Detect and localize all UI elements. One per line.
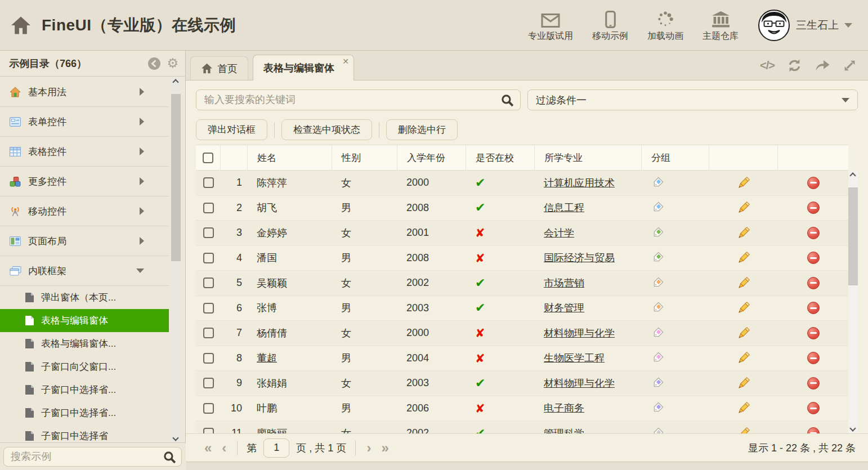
- table-scrollbar-thumb[interactable]: [848, 187, 858, 285]
- major-link[interactable]: 生物医学工程: [544, 351, 605, 365]
- sidebar-item[interactable]: 子窗口向父窗口...: [0, 355, 169, 378]
- delete-icon[interactable]: [807, 402, 820, 414]
- tab-home[interactable]: 首页: [190, 56, 248, 80]
- delete-icon[interactable]: [807, 377, 820, 390]
- sidebar-group[interactable]: 表单控件: [0, 107, 169, 137]
- delete-icon[interactable]: [807, 252, 820, 264]
- edit-icon[interactable]: [736, 351, 751, 365]
- page-number-input[interactable]: [263, 438, 289, 458]
- tag-icon[interactable]: [651, 427, 664, 433]
- edit-icon[interactable]: [736, 376, 751, 391]
- sidebar-group[interactable]: 页面布局: [0, 226, 169, 256]
- sidebar-item[interactable]: 子窗口中选择省...: [0, 378, 169, 401]
- search-icon[interactable]: [163, 450, 177, 464]
- view-source-icon[interactable]: </>: [760, 59, 775, 72]
- sidebar-scrollbar[interactable]: [171, 77, 181, 443]
- tag-icon[interactable]: [651, 226, 664, 240]
- header-action[interactable]: 专业版试用: [528, 8, 573, 42]
- delete-icon[interactable]: [807, 177, 820, 189]
- row-checkbox[interactable]: [203, 378, 214, 388]
- collapse-sidebar-icon[interactable]: [147, 57, 161, 70]
- prev-page-button[interactable]: ‹: [217, 441, 231, 455]
- row-checkbox[interactable]: [203, 328, 214, 338]
- delete-icon[interactable]: [807, 327, 820, 339]
- tag-icon[interactable]: [651, 201, 664, 214]
- major-link[interactable]: 材料物理与化学: [544, 326, 615, 340]
- tag-icon[interactable]: [651, 326, 664, 340]
- major-link[interactable]: 计算机应用技术: [544, 176, 615, 190]
- sidebar-group[interactable]: 表格控件: [0, 137, 169, 167]
- gear-icon[interactable]: ⚙: [167, 57, 178, 70]
- row-checkbox[interactable]: [203, 277, 214, 288]
- select-all-checkbox[interactable]: [203, 153, 213, 163]
- delete-icon[interactable]: [807, 427, 820, 433]
- delete-icon[interactable]: [807, 277, 820, 289]
- open-dialog-button[interactable]: 弹出对话框: [196, 119, 267, 140]
- tab-grid-edit-window[interactable]: 表格与编辑窗体 ✕: [253, 55, 354, 80]
- row-checkbox[interactable]: [203, 353, 214, 364]
- sidebar-item[interactable]: 表格与编辑窗体...: [0, 332, 169, 355]
- scroll-up-icon[interactable]: [849, 172, 856, 178]
- sidebar-item[interactable]: 弹出窗体（本页...: [0, 286, 169, 309]
- tag-icon[interactable]: [651, 251, 664, 265]
- delete-icon[interactable]: [807, 352, 820, 364]
- major-link[interactable]: 管理科学: [544, 427, 584, 433]
- scroll-up-icon[interactable]: [172, 79, 178, 85]
- check-selection-button[interactable]: 检查选中项状态: [281, 119, 372, 140]
- edit-icon[interactable]: [736, 250, 751, 265]
- major-link[interactable]: 财务管理: [544, 301, 584, 315]
- sidebar-group[interactable]: 基本用法: [0, 77, 169, 107]
- edit-icon[interactable]: [736, 401, 751, 415]
- filter-dropdown[interactable]: 过滤条件一: [527, 89, 858, 110]
- row-checkbox[interactable]: [203, 428, 214, 433]
- sidebar-item[interactable]: 表格与编辑窗体: [0, 309, 169, 332]
- avatar[interactable]: [758, 9, 790, 42]
- sidebar-item[interactable]: 子窗口中选择省...: [0, 401, 169, 424]
- major-link[interactable]: 国际经济与贸易: [544, 251, 615, 265]
- scroll-down-icon[interactable]: [172, 435, 178, 441]
- refresh-icon[interactable]: [787, 59, 802, 73]
- major-link[interactable]: 电子商务: [544, 401, 584, 415]
- sidebar-search-input[interactable]: [4, 447, 181, 466]
- tag-icon[interactable]: [651, 301, 664, 315]
- row-checkbox[interactable]: [203, 303, 214, 314]
- sidebar-group[interactable]: 更多控件: [0, 167, 169, 196]
- search-icon[interactable]: [500, 93, 514, 108]
- row-checkbox[interactable]: [203, 253, 214, 263]
- delete-icon[interactable]: [807, 302, 820, 314]
- delete-icon[interactable]: [807, 202, 820, 214]
- tag-icon[interactable]: [651, 176, 664, 190]
- table-scrollbar[interactable]: [848, 171, 858, 433]
- delete-icon[interactable]: [807, 227, 820, 239]
- last-page-button[interactable]: »: [376, 441, 393, 455]
- user-menu[interactable]: 三生石上: [758, 9, 852, 42]
- sidebar-item[interactable]: 子窗口中选择省: [0, 424, 169, 443]
- major-link[interactable]: 信息工程: [544, 201, 584, 214]
- sidebar-scrollbar-thumb[interactable]: [171, 94, 181, 261]
- close-icon[interactable]: ✕: [342, 57, 349, 66]
- row-checkbox[interactable]: [203, 177, 214, 188]
- edit-icon[interactable]: [736, 301, 751, 315]
- fullscreen-icon[interactable]: [843, 59, 857, 73]
- tag-icon[interactable]: [651, 351, 664, 365]
- edit-icon[interactable]: [736, 176, 751, 190]
- header-action[interactable]: 主题仓库: [703, 8, 739, 42]
- header-action[interactable]: 加载动画: [647, 8, 683, 42]
- delete-selected-button[interactable]: 删除选中行: [386, 119, 458, 140]
- edit-icon[interactable]: [736, 276, 751, 290]
- edit-icon[interactable]: [736, 226, 751, 240]
- row-checkbox[interactable]: [203, 203, 214, 213]
- share-icon[interactable]: [815, 59, 830, 72]
- major-link[interactable]: 会计学: [544, 226, 574, 240]
- first-page-button[interactable]: «: [199, 441, 217, 455]
- tag-icon[interactable]: [651, 401, 664, 415]
- row-checkbox[interactable]: [203, 227, 214, 238]
- tag-icon[interactable]: [651, 377, 664, 390]
- major-link[interactable]: 市场营销: [544, 276, 584, 290]
- scroll-down-icon[interactable]: [849, 425, 856, 431]
- header-action[interactable]: 移动示例: [592, 8, 628, 42]
- tag-icon[interactable]: [651, 276, 664, 290]
- major-link[interactable]: 材料物理与化学: [544, 377, 615, 390]
- row-checkbox[interactable]: [203, 403, 214, 414]
- keyword-search-input[interactable]: [196, 90, 520, 110]
